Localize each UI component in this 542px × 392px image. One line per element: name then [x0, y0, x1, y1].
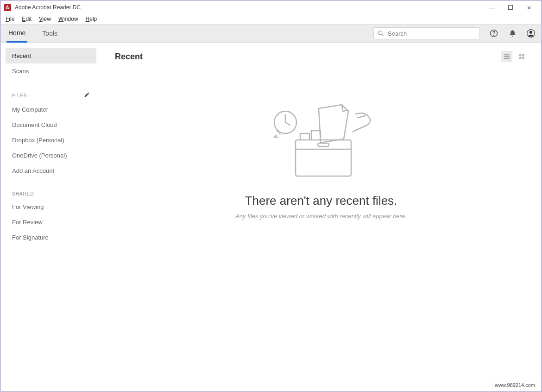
sidebar: Recent Scans FILES My Computer Document …: [1, 43, 101, 391]
svg-rect-7: [504, 56, 510, 57]
search-icon: [378, 30, 384, 37]
tab-home[interactable]: Home: [6, 25, 27, 43]
sidebar-item-recent[interactable]: Recent: [6, 48, 96, 63]
sidebar-item-for-signature[interactable]: For Signature: [6, 230, 96, 245]
svg-rect-9: [519, 54, 521, 56]
svg-rect-10: [522, 54, 524, 56]
svg-rect-12: [522, 57, 524, 59]
window-close-button[interactable]: [520, 4, 538, 11]
sidebar-item-for-viewing[interactable]: For Viewing: [6, 199, 96, 215]
titlebar: A Adobe Acrobat Reader DC: [1, 1, 541, 14]
sidebar-item-onedrive[interactable]: OneDrive (Personal): [6, 148, 96, 163]
app-icon: A: [4, 4, 11, 11]
sidebar-item-scans[interactable]: Scans: [6, 63, 96, 79]
toolbar: Home Tools: [1, 24, 541, 43]
svg-rect-16: [318, 143, 329, 146]
menu-file[interactable]: File: [6, 16, 14, 22]
svg-rect-8: [504, 58, 510, 59]
menu-view[interactable]: View: [39, 16, 51, 22]
app-window: A Adobe Acrobat Reader DC File Edit View…: [0, 0, 542, 392]
sidebar-item-document-cloud[interactable]: Document Cloud: [6, 117, 96, 133]
svg-rect-14: [296, 140, 351, 176]
menu-window[interactable]: Window: [58, 16, 78, 22]
svg-rect-11: [519, 57, 521, 59]
view-list-button[interactable]: [501, 51, 512, 62]
sidebar-item-dropbox[interactable]: Dropbox (Personal): [6, 133, 96, 148]
empty-state: There aren't any recent files. Any files…: [115, 62, 527, 383]
tab-tools[interactable]: Tools: [40, 25, 59, 42]
sidebar-item-my-computer[interactable]: My Computer: [6, 102, 96, 117]
empty-subtitle: Any files you've viewed or worked with r…: [235, 213, 407, 220]
svg-line-1: [382, 34, 384, 36]
sidebar-item-add-account[interactable]: Add an Account: [6, 163, 96, 178]
menu-help[interactable]: Help: [86, 16, 97, 22]
menu-edit[interactable]: Edit: [22, 16, 32, 22]
menubar: File Edit View Window Help: [1, 14, 541, 24]
main-header: Recent: [115, 51, 527, 62]
help-icon[interactable]: [489, 29, 498, 38]
notifications-icon[interactable]: [508, 29, 517, 38]
svg-rect-6: [504, 54, 510, 55]
edit-files-icon[interactable]: [84, 92, 90, 99]
watermark: www.989214.com: [492, 381, 538, 389]
search-box[interactable]: [373, 27, 480, 39]
window-minimize-button[interactable]: [483, 4, 501, 11]
sidebar-item-for-review[interactable]: For Review: [6, 215, 96, 230]
empty-title: There aren't any recent files.: [245, 194, 397, 208]
svg-point-5: [530, 31, 532, 33]
account-icon[interactable]: [526, 29, 536, 38]
search-input[interactable]: [388, 30, 476, 37]
sidebar-heading-files: FILES: [6, 88, 96, 102]
main-panel: Recent: [101, 43, 541, 391]
empty-illustration: [263, 104, 379, 183]
content-body: Recent Scans FILES My Computer Document …: [1, 43, 541, 391]
view-grid-button[interactable]: [516, 51, 527, 62]
window-title: Adobe Acrobat Reader DC: [15, 4, 81, 11]
window-maximize-button[interactable]: [501, 5, 520, 10]
view-toggle: [501, 51, 527, 62]
sidebar-heading-shared: SHARED: [6, 188, 96, 199]
svg-point-0: [378, 31, 382, 35]
svg-point-3: [493, 35, 494, 36]
page-title: Recent: [115, 52, 143, 62]
